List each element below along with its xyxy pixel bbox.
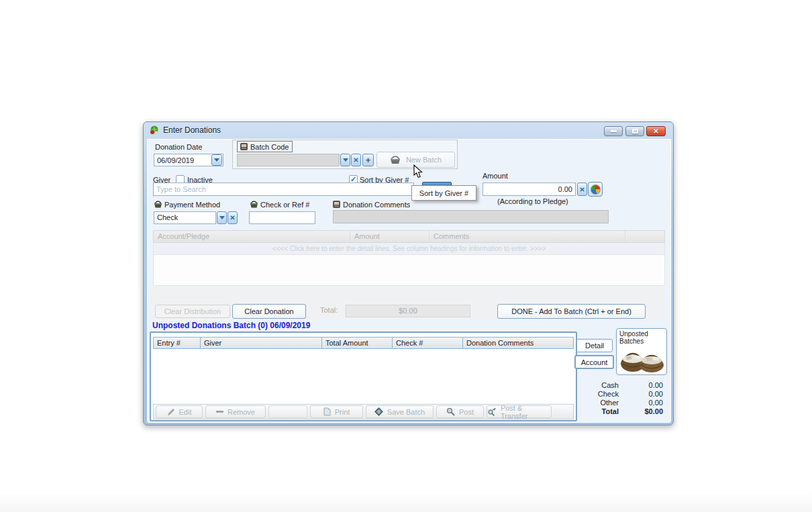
cash-label: Cash <box>580 381 619 390</box>
column-check: Check # <box>393 338 463 348</box>
summary-row-check: Check0.00 <box>580 390 663 399</box>
post-transfer-button[interactable]: Post & Transfer <box>487 405 552 418</box>
basket-icon <box>390 156 401 164</box>
summary-row-cash: Cash0.00 <box>580 381 663 390</box>
window-title: Enter Donations <box>163 125 221 135</box>
amount-input[interactable] <box>483 183 576 196</box>
check-basket-icon <box>250 200 258 209</box>
print-label: Print <box>335 408 350 416</box>
donation-comments-icon <box>332 200 341 209</box>
clear-donation-button[interactable]: Clear Donation <box>232 304 306 319</box>
pledge-distribution-button[interactable] <box>588 182 603 197</box>
remove-button[interactable]: Remove <box>205 405 266 418</box>
title-bar[interactable]: Enter Donations ✕ <box>144 122 673 139</box>
chevron-down-icon <box>214 158 219 162</box>
column-entry: Entry # <box>154 338 201 348</box>
minimize-button[interactable] <box>604 126 623 136</box>
unposted-batches-label: Unposted Batches <box>619 330 666 345</box>
column-amount: Amount <box>350 231 429 242</box>
other-label: Other <box>580 399 619 407</box>
column-blank <box>625 231 664 242</box>
batch-code-clear-button[interactable]: ✕ <box>351 154 361 166</box>
amount-clear-button[interactable]: ✕ <box>577 183 587 196</box>
mouse-cursor-icon <box>413 164 423 179</box>
donation-date-dropdown-button[interactable] <box>211 154 222 166</box>
column-comments: Comments <box>429 231 625 242</box>
save-icon <box>374 407 383 416</box>
post-label: Post <box>459 408 474 416</box>
chevron-down-icon <box>219 216 225 219</box>
column-donation-comments: Donation Comments <box>463 338 573 348</box>
post-button[interactable]: Post <box>436 405 484 418</box>
check-label: Check <box>580 390 619 399</box>
detail-grid-instruction[interactable]: <<<< Click here to enter the detail line… <box>153 243 665 255</box>
donation-comments-label: Donation Comments <box>343 201 410 209</box>
desktop: Enter Donations ✕ Donation Date Batch Co… <box>0 0 812 512</box>
giver-search-input[interactable] <box>153 183 414 196</box>
payment-basket-icon <box>154 200 162 209</box>
post-icon <box>446 407 455 416</box>
detail-grid[interactable]: Account/Pledge Amount Comments <<<< Clic… <box>153 230 665 286</box>
check-ref-label-wrap: Check or Ref # <box>250 200 309 209</box>
cash-value: 0.00 <box>619 381 663 390</box>
new-batch-label: New Batch <box>406 156 442 164</box>
batch-toolbar: Edit Remove Print Save Batch Post <box>153 404 574 419</box>
post-transfer-label: Post & Transfer <box>501 404 551 420</box>
batch-code-combo[interactable] <box>237 154 340 166</box>
total-value: $0.00 <box>619 407 663 416</box>
payment-method-label-wrap: Payment Method <box>154 200 220 209</box>
summary-row-other: Other0.00 <box>580 399 663 407</box>
minus-icon <box>216 411 223 413</box>
toolbar-spacer <box>268 405 307 418</box>
batch-list-panel: Entry # Giver Total Amount Check # Donat… <box>150 331 577 421</box>
app-icon <box>149 125 160 136</box>
edit-button[interactable]: Edit <box>156 405 203 418</box>
close-button[interactable]: ✕ <box>646 126 666 136</box>
chevron-down-icon <box>343 158 348 162</box>
batch-code-icon <box>240 142 248 151</box>
payment-method-label: Payment Method <box>164 201 220 209</box>
pencil-icon <box>167 408 175 416</box>
donation-date-label: Donation Date <box>155 143 202 151</box>
pie-chart-icon <box>591 185 601 195</box>
maximize-button[interactable] <box>625 126 644 136</box>
batch-code-label-box: Batch Code <box>237 141 293 152</box>
tab-account[interactable]: Account <box>574 355 614 369</box>
detail-grid-body[interactable] <box>153 255 665 286</box>
maximize-icon <box>632 129 638 134</box>
tab-detail[interactable]: Detail <box>576 339 613 352</box>
payment-method-dropdown-button[interactable] <box>217 211 227 224</box>
amount-hint: (According to Pledge) <box>497 197 568 205</box>
batch-list-header: Entry # Giver Total Amount Check # Donat… <box>153 337 574 349</box>
batch-summary: Cash0.00 Check0.00 Other0.00 Total$0.00 <box>580 381 663 416</box>
check-ref-input[interactable] <box>249 211 315 224</box>
minimize-icon <box>611 130 617 132</box>
batch-code-add-button[interactable]: + <box>362 154 374 166</box>
column-account-pledge: Account/Pledge <box>154 231 350 242</box>
close-icon: ✕ <box>653 128 658 135</box>
payment-method-clear-button[interactable]: ✕ <box>227 211 238 224</box>
donation-comments-field[interactable] <box>333 210 609 223</box>
clear-distribution-button[interactable]: Clear Distribution <box>155 305 230 318</box>
summary-row-total: Total$0.00 <box>580 407 663 416</box>
print-icon <box>323 407 331 416</box>
payment-method-combo[interactable]: Check <box>154 211 216 224</box>
total-label: Total <box>580 407 619 416</box>
total-field: $0.00 <box>346 305 470 317</box>
donation-comments-label-wrap: Donation Comments <box>332 200 410 209</box>
save-batch-button[interactable]: Save Batch <box>366 405 434 418</box>
check-value: 0.00 <box>619 390 663 399</box>
batch-list-body[interactable] <box>153 349 574 403</box>
save-batch-label: Save Batch <box>387 408 425 416</box>
column-giver: Giver <box>201 338 322 348</box>
unposted-batch-heading: Unposted Donations Batch (0) 06/09/2019 <box>152 321 310 330</box>
done-add-to-batch-button[interactable]: DONE - Add To Batch (Ctrl + or End) <box>497 304 646 319</box>
amount-label: Amount <box>483 172 508 180</box>
print-button[interactable]: Print <box>310 405 363 418</box>
sort-by-giver-tooltip: Sort by Giver # <box>411 185 476 201</box>
other-value: 0.00 <box>619 399 663 407</box>
batch-code-dropdown-button[interactable] <box>340 154 350 166</box>
column-total-amount: Total Amount <box>322 338 393 348</box>
unposted-batches-button[interactable]: Unposted Batches <box>616 328 667 375</box>
batch-code-label: Batch Code <box>250 143 289 151</box>
